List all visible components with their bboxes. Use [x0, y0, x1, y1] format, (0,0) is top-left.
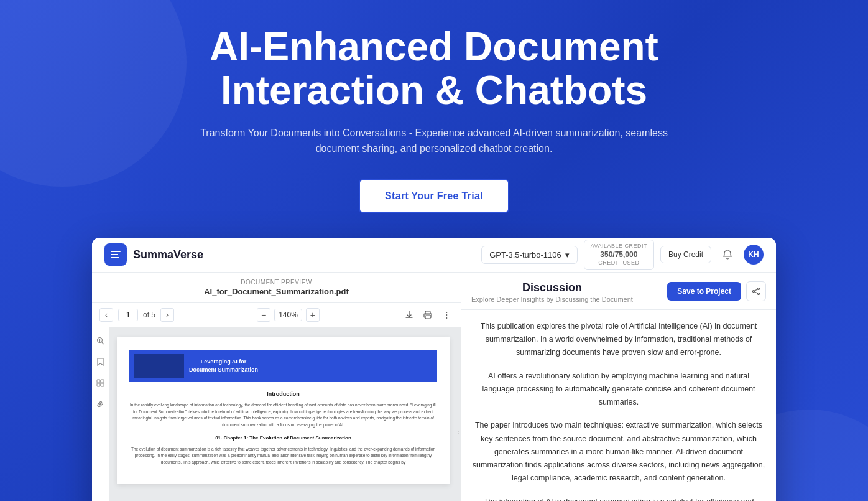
svg-rect-1 [111, 254, 118, 255]
doc-content: Leveraging AI for Document Summarization… [92, 327, 461, 501]
bookmark-icon[interactable] [95, 356, 107, 368]
doc-sidebar-icons [92, 327, 109, 501]
print-icon[interactable] [421, 308, 435, 322]
discussion-para-2: AI offers a revolutionary solution by em… [471, 370, 766, 410]
toolbar-right: ⋮ [402, 308, 453, 322]
hero-title: AI-Enhanced Document Interaction & Chatb… [12, 25, 856, 113]
svg-point-6 [430, 315, 431, 316]
app-body: Document Preview AI_for_Document_Summari… [92, 273, 776, 501]
model-selector[interactable]: GPT-3.5-turbo-1106 ▾ [481, 246, 578, 264]
share-button[interactable] [746, 281, 766, 301]
attach-icon[interactable] [95, 398, 107, 411]
svg-rect-0 [111, 251, 121, 252]
prev-page-button[interactable]: ‹ [99, 308, 113, 322]
app-header: SummaVerse GPT-3.5-turbo-1106 ▾ Availabl… [92, 238, 776, 273]
avatar: KH [744, 245, 764, 265]
svg-point-12 [758, 288, 760, 289]
svg-point-13 [753, 290, 755, 292]
discussion-panel: Discussion Explore Deeper Insights by Di… [461, 273, 776, 501]
logo-icon [104, 243, 127, 266]
doc-header: Document Preview AI_for_Document_Summari… [92, 273, 461, 303]
doc-panel: Document Preview AI_for_Document_Summari… [92, 273, 461, 501]
discussion-header: Discussion Explore Deeper Insights by Di… [461, 273, 776, 310]
page-of-label: of 5 [143, 311, 155, 319]
discussion-para-3: The paper introduces two main techniques… [471, 419, 766, 485]
chevron-down-icon: ▾ [565, 250, 570, 260]
buy-credit-button[interactable]: Buy Credit [660, 246, 711, 263]
svg-rect-8 [97, 380, 100, 383]
discussion-subtitle: Explore Deeper Insights by Discussing th… [471, 296, 633, 303]
thumbnails-icon[interactable] [95, 377, 107, 390]
toolbar-center: − 140% + [257, 308, 320, 322]
app-mockup: SummaVerse GPT-3.5-turbo-1106 ▾ Availabl… [92, 238, 776, 501]
next-page-button[interactable]: › [160, 308, 174, 322]
svg-rect-11 [101, 383, 104, 386]
doc-toolbar: ‹ of 5 › − 140% + [92, 303, 461, 327]
discussion-title: Discussion [471, 281, 633, 294]
page-banner: Leveraging AI for Document Summarization [129, 350, 437, 382]
toolbar-left: ‹ of 5 › [99, 308, 174, 322]
svg-point-14 [758, 293, 760, 294]
discussion-actions: Save to Project [667, 281, 766, 301]
zoom-out-button[interactable]: − [257, 308, 270, 322]
app-header-right: GPT-3.5-turbo-1106 ▾ Available Credit 35… [481, 240, 764, 270]
doc-page: Leveraging AI for Document Summarization… [109, 327, 457, 501]
download-icon[interactable] [402, 308, 416, 322]
zoom-tool-icon[interactable] [95, 335, 107, 347]
hero-subtitle: Transform Your Documents into Conversati… [192, 125, 676, 157]
zoom-value: 140% [274, 309, 302, 321]
save-project-button[interactable]: Save to Project [667, 282, 741, 301]
doc-filename: AI_for_Document_Summarization.pdf [102, 287, 451, 296]
zoom-in-button[interactable]: + [306, 308, 320, 322]
hero-section: AI-Enhanced Document Interaction & Chatb… [0, 0, 868, 501]
svg-rect-10 [97, 383, 100, 386]
svg-rect-2 [111, 257, 119, 258]
svg-rect-9 [101, 380, 104, 383]
discussion-body: This publication explores the pivotal ro… [461, 310, 776, 501]
cta-button[interactable]: Start Your Free Trial [359, 179, 509, 213]
more-options-icon[interactable]: ⋮ [440, 308, 453, 322]
splitter-handle[interactable]: ⋮ [457, 327, 461, 501]
page-content: Leveraging AI for Document Summarization… [117, 337, 450, 484]
app-logo: SummaVerse [104, 243, 203, 266]
svg-rect-5 [425, 316, 430, 319]
page-input[interactable] [118, 309, 138, 321]
credit-badge: Available Credit 350/75,000 CREDIT USED [584, 240, 654, 270]
logo-text: SummaVerse [133, 248, 203, 261]
discussion-para-1: This publication explores the pivotal ro… [471, 320, 766, 360]
discussion-para-4: The integration of AI in document summar… [471, 495, 766, 501]
bell-icon[interactable] [718, 245, 737, 265]
